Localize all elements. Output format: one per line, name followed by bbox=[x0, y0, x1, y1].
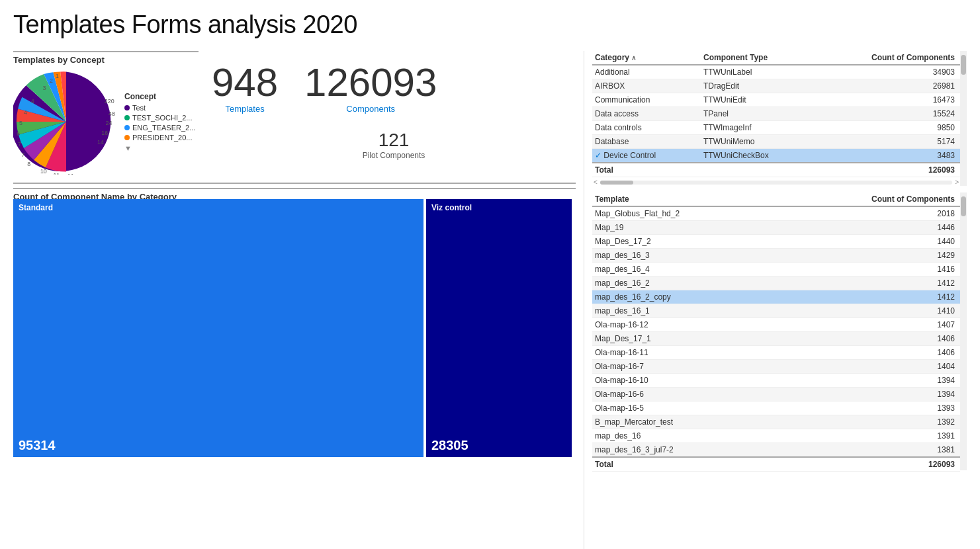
bar-viz[interactable]: Viz control 28305 bbox=[426, 199, 572, 457]
pie-label-5: 5 bbox=[19, 120, 22, 126]
bottom-table-row[interactable]: Ola-map-16-121407 bbox=[592, 318, 960, 332]
kpi-pilot-label: Pilot Components bbox=[212, 151, 576, 160]
cell-component-type: TTWUniMemo bbox=[701, 135, 816, 149]
cell-category: AIRBOX bbox=[592, 79, 701, 93]
bottom-table-vscrollbar[interactable] bbox=[960, 192, 967, 470]
legend-label-eng: ENG_TEASER_2... bbox=[132, 124, 195, 132]
col-component-type[interactable]: Component Type bbox=[701, 51, 816, 65]
cell-category: Data access bbox=[592, 107, 701, 121]
top-table-row[interactable]: AIRBOXTDragEdit26981 bbox=[592, 79, 960, 93]
cell-template-count: 1381 bbox=[778, 443, 960, 458]
bottom-table-foot: Total 126093 bbox=[592, 457, 960, 472]
bottom-table-row[interactable]: map_des_16_3_jul7-21381 bbox=[592, 443, 960, 458]
pie-label-16: 16 bbox=[101, 130, 108, 136]
cell-component-type: TTWUniEdit bbox=[701, 93, 816, 107]
h-scroll-track[interactable] bbox=[600, 181, 952, 185]
cell-template-count: 1407 bbox=[778, 318, 960, 332]
legend-item-test[interactable]: Test bbox=[124, 104, 195, 112]
bottom-table-row[interactable]: map_des_16_41416 bbox=[592, 263, 960, 276]
bottom-table-row[interactable]: Map_Globus_Flat_hd_22018 bbox=[592, 206, 960, 221]
top-table-row[interactable]: Data controlsTTWImageInf9850 bbox=[592, 121, 960, 135]
pie-label-24: 24 bbox=[106, 120, 112, 126]
top-table-hscroll: < > bbox=[592, 179, 960, 186]
bar-chart-section: Count of Component Name by Category Stan… bbox=[13, 183, 576, 549]
bottom-table-row[interactable]: Map_Des_17_21440 bbox=[592, 235, 960, 249]
top-total-label: Total bbox=[592, 163, 701, 177]
top-table-vscrollbar[interactable] bbox=[960, 51, 967, 186]
kpi-row-top: 948 Templates 126093 Components bbox=[212, 63, 576, 114]
cell-template: map_des_16_2 bbox=[592, 276, 778, 290]
bottom-table-row[interactable]: Ola-map-16-51393 bbox=[592, 401, 960, 415]
top-table-row[interactable]: Data accessTPanel15524 bbox=[592, 107, 960, 121]
cell-template: map_des_16_4 bbox=[592, 263, 778, 276]
cell-template: Ola-map-16-5 bbox=[592, 401, 778, 415]
cell-template-count: 1394 bbox=[778, 388, 960, 401]
bar-viz-label: Viz control bbox=[431, 203, 472, 212]
legend-item-eng[interactable]: ENG_TEASER_2... bbox=[124, 124, 195, 132]
cell-count: 3483 bbox=[816, 149, 960, 163]
cell-template: Ola-map-16-6 bbox=[592, 388, 778, 401]
bottom-table-row[interactable]: Map_Des_17_11406 bbox=[592, 332, 960, 346]
bottom-table-row[interactable]: Ola-map-16-71404 bbox=[592, 360, 960, 374]
pie-label-4b: 4 bbox=[24, 109, 27, 116]
cell-template-count: 1404 bbox=[778, 360, 960, 374]
left-panel: Templates by Concept bbox=[13, 51, 576, 549]
pie-svg: 220 48 24 16 14 3 2 1 4 4 5 6 7 bbox=[13, 69, 119, 175]
h-scroll-thumb bbox=[600, 181, 633, 185]
pie-wrap: 220 48 24 16 14 3 2 1 4 4 5 6 7 bbox=[13, 69, 199, 175]
cell-template: Map_Des_17_2 bbox=[592, 235, 778, 249]
bar-standard[interactable]: Standard 95314 bbox=[13, 199, 423, 457]
col-count-2[interactable]: Count of Components bbox=[778, 192, 960, 206]
cell-category: Data controls bbox=[592, 121, 701, 135]
top-table-row[interactable]: DatabaseTTWUniMemo5174 bbox=[592, 135, 960, 149]
kpi-components-label: Components bbox=[304, 104, 437, 114]
bar-chart-wrap: Standard 95314 Viz control 28305 bbox=[13, 206, 576, 477]
bottom-table-row[interactable]: map_des_161391 bbox=[592, 429, 960, 443]
bottom-table-vscroll-thumb bbox=[961, 196, 966, 216]
legend-expand-btn[interactable]: ▼ bbox=[124, 144, 195, 152]
bottom-table-row[interactable]: B_map_Mercator_test1392 bbox=[592, 415, 960, 429]
top-table-row[interactable]: ✓ Device ControlTTWUniCheckBox3483 bbox=[592, 149, 960, 163]
pie-label-14: 14 bbox=[97, 139, 104, 146]
kpi-section: 948 Templates 126093 Components 121 Pilo… bbox=[212, 51, 576, 160]
cell-component-type: TTWImageInf bbox=[701, 121, 816, 135]
top-table-vscroll-thumb bbox=[961, 55, 966, 75]
bottom-table-row[interactable]: map_des_16_11410 bbox=[592, 304, 960, 318]
legend-item-sochi[interactable]: TEST_SOCHI_2... bbox=[124, 114, 195, 122]
pie-label-48: 48 bbox=[109, 110, 115, 117]
bottom-table-row[interactable]: map_des_16_31429 bbox=[592, 249, 960, 263]
pie-label-2: 2 bbox=[50, 77, 53, 84]
top-total-value: 126093 bbox=[816, 163, 960, 177]
bottom-table-row[interactable]: Ola-map-16-111406 bbox=[592, 346, 960, 360]
cell-template-count: 1429 bbox=[778, 249, 960, 263]
top-total-empty bbox=[701, 163, 816, 177]
bottom-table-row[interactable]: Ola-map-16-61394 bbox=[592, 388, 960, 401]
cell-template: Map_Des_17_1 bbox=[592, 332, 778, 346]
top-table-head: Category Component Type Count of Compone… bbox=[592, 51, 960, 65]
h-scroll-right[interactable]: > bbox=[954, 179, 960, 186]
cell-count: 26981 bbox=[816, 79, 960, 93]
col-template[interactable]: Template bbox=[592, 192, 778, 206]
bottom-table-row[interactable]: map_des_16_2_copy1412 bbox=[592, 290, 960, 304]
kpi-templates: 948 Templates bbox=[212, 63, 278, 114]
bottom-table-body: Map_Globus_Flat_hd_22018Map_191446Map_De… bbox=[592, 206, 960, 457]
main-row: Templates by Concept bbox=[13, 51, 967, 549]
cell-template-count: 1412 bbox=[778, 276, 960, 290]
col-category[interactable]: Category bbox=[592, 51, 701, 65]
cell-template: map_des_16_2_copy bbox=[592, 290, 778, 304]
bottom-table-row[interactable]: Ola-map-16-101394 bbox=[592, 374, 960, 388]
legend-item-president[interactable]: PRESIDENT_20... bbox=[124, 134, 195, 142]
legend-label-sochi: TEST_SOCHI_2... bbox=[132, 114, 192, 122]
top-table-row[interactable]: CommunicationTTWUniEdit16473 bbox=[592, 93, 960, 107]
cell-component-type: TDragEdit bbox=[701, 79, 816, 93]
legend-label-test: Test bbox=[132, 104, 146, 112]
top-table-row[interactable]: AdditionalTTWUniLabel34903 bbox=[592, 65, 960, 79]
cell-template-count: 1416 bbox=[778, 263, 960, 276]
bottom-table-head: Template Count of Components bbox=[592, 192, 960, 206]
h-scroll-left[interactable]: < bbox=[592, 179, 599, 186]
cell-template-count: 1391 bbox=[778, 429, 960, 443]
bottom-table-row[interactable]: Map_191446 bbox=[592, 221, 960, 235]
cell-template-count: 1410 bbox=[778, 304, 960, 318]
bottom-table-row[interactable]: map_des_16_21412 bbox=[592, 276, 960, 290]
col-count[interactable]: Count of Components bbox=[816, 51, 960, 65]
